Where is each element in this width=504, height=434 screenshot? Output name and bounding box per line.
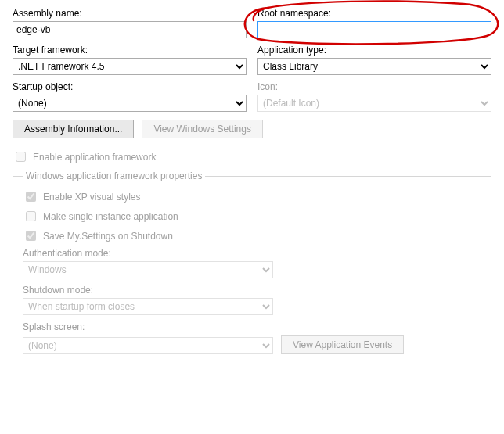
root-namespace-input[interactable] (257, 21, 491, 38)
icon-select: (Default Icon) (257, 95, 491, 112)
splash-screen-select: (None) (23, 337, 273, 354)
target-framework-label: Target framework: (13, 45, 247, 56)
single-instance-label: Make single instance application (43, 211, 178, 222)
shutdown-mode-select: When startup form closes (23, 298, 273, 315)
assembly-name-label: Assembly name: (13, 8, 247, 19)
enable-app-framework-checkbox (16, 152, 26, 162)
splash-screen-label: Splash screen: (23, 321, 85, 332)
enable-xp-label: Enable XP visual styles (43, 192, 141, 203)
save-settings-checkbox (26, 231, 36, 241)
save-settings-label: Save My.Settings on Shutdown (43, 231, 173, 242)
application-type-label: Application type: (257, 45, 491, 56)
auth-mode-select: Windows (23, 261, 273, 278)
windows-app-framework-group: Windows application framework properties… (13, 170, 491, 364)
group-legend: Windows application framework properties (23, 170, 205, 181)
target-framework-select[interactable]: .NET Framework 4.5 (13, 58, 247, 75)
startup-object-label: Startup object: (13, 81, 247, 92)
auth-mode-label: Authentication mode: (23, 248, 273, 259)
assembly-name-input[interactable] (13, 21, 247, 38)
root-namespace-label: Root namespace: (257, 8, 491, 19)
view-application-events-button: View Application Events (281, 335, 404, 354)
application-type-select[interactable]: Class Library (257, 58, 491, 75)
icon-label: Icon: (257, 81, 491, 92)
assembly-information-button[interactable]: Assembly Information... (13, 120, 134, 138)
enable-app-framework-checkbox-row: Enable application framework (13, 149, 491, 164)
startup-object-select[interactable]: (None) (13, 95, 247, 112)
single-instance-checkbox (26, 211, 36, 221)
shutdown-mode-label: Shutdown mode: (23, 285, 273, 296)
view-windows-settings-button: View Windows Settings (142, 120, 263, 138)
enable-xp-checkbox (26, 192, 36, 202)
enable-app-framework-label: Enable application framework (33, 152, 156, 163)
